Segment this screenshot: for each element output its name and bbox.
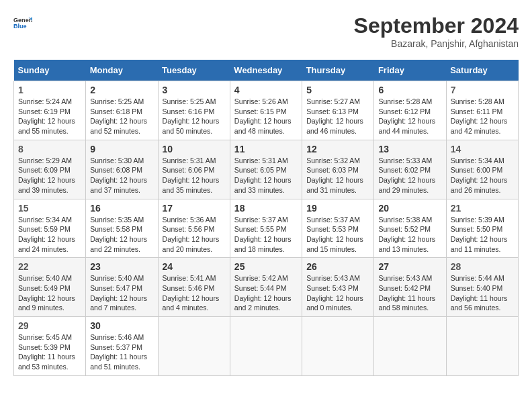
day-number: 10: [163, 144, 226, 154]
calendar-day-cell: 8 Sunrise: 5:29 AMSunset: 6:09 PMDayligh…: [14, 140, 86, 199]
location: Bazarak, Panjshir, Afghanistan: [354, 38, 519, 49]
day-info: Sunrise: 5:34 AMSunset: 5:59 PMDaylight:…: [18, 216, 75, 253]
calendar-day-cell: 12 Sunrise: 5:32 AMSunset: 6:03 PMDaylig…: [302, 140, 374, 199]
month-title: September 2024: [354, 13, 519, 38]
day-number: 21: [451, 203, 514, 214]
calendar-day-cell: 29 Sunrise: 5:45 AMSunset: 5:39 PMDaylig…: [14, 317, 86, 376]
day-info: Sunrise: 5:46 AMSunset: 5:37 PMDaylight:…: [90, 333, 147, 371]
day-number: 12: [306, 144, 369, 154]
day-number: 13: [378, 144, 441, 154]
calendar-day-cell: 7 Sunrise: 5:28 AMSunset: 6:11 PMDayligh…: [446, 81, 518, 140]
day-info: Sunrise: 5:26 AMSunset: 6:15 PMDaylight:…: [234, 97, 292, 135]
day-info: Sunrise: 5:37 AMSunset: 5:53 PMDaylight:…: [306, 216, 363, 253]
day-number: 1: [18, 85, 81, 95]
day-info: Sunrise: 5:40 AMSunset: 5:47 PMDaylight:…: [90, 274, 147, 312]
day-info: Sunrise: 5:35 AMSunset: 5:58 PMDaylight:…: [90, 216, 147, 253]
day-info: Sunrise: 5:38 AMSunset: 5:52 PMDaylight:…: [378, 216, 435, 253]
day-number: 7: [451, 85, 514, 95]
day-number: 2: [90, 85, 153, 95]
calendar-day-cell: [446, 317, 518, 376]
day-info: Sunrise: 5:45 AMSunset: 5:39 PMDaylight:…: [18, 333, 75, 371]
day-number: 4: [234, 85, 298, 95]
day-info: Sunrise: 5:32 AMSunset: 6:03 PMDaylight:…: [306, 156, 363, 194]
day-info: Sunrise: 5:40 AMSunset: 5:49 PMDaylight:…: [18, 274, 75, 312]
calendar-week-row: 15 Sunrise: 5:34 AMSunset: 5:59 PMDaylig…: [14, 199, 519, 258]
calendar-week-row: 8 Sunrise: 5:29 AMSunset: 6:09 PMDayligh…: [14, 140, 519, 199]
day-number: 27: [378, 261, 441, 272]
calendar-table: SundayMondayTuesdayWednesdayThursdayFrid…: [13, 60, 519, 376]
day-number: 30: [90, 320, 153, 331]
calendar-day-cell: 28 Sunrise: 5:44 AMSunset: 5:40 PMDaylig…: [446, 258, 518, 317]
calendar-day-cell: 6 Sunrise: 5:28 AMSunset: 6:12 PMDayligh…: [374, 81, 446, 140]
title-area: September 2024 Bazarak, Panjshir, Afghan…: [354, 13, 519, 49]
calendar-day-cell: 11 Sunrise: 5:31 AMSunset: 6:05 PMDaylig…: [230, 140, 302, 199]
svg-text:General: General: [13, 17, 32, 24]
day-number: 11: [234, 144, 298, 154]
calendar-day-cell: 23 Sunrise: 5:40 AMSunset: 5:47 PMDaylig…: [86, 258, 158, 317]
calendar-day-cell: [302, 317, 374, 376]
calendar-day-cell: [374, 317, 446, 376]
day-info: Sunrise: 5:42 AMSunset: 5:44 PMDaylight:…: [234, 274, 292, 312]
svg-text:Blue: Blue: [13, 23, 27, 30]
page-header: General Blue September 2024 Bazarak, Pan…: [13, 13, 519, 49]
day-number: 5: [306, 85, 369, 95]
day-number: 17: [163, 203, 226, 214]
day-number: 24: [163, 261, 226, 272]
day-info: Sunrise: 5:34 AMSunset: 6:00 PMDaylight:…: [451, 156, 508, 194]
calendar-day-cell: 25 Sunrise: 5:42 AMSunset: 5:44 PMDaylig…: [230, 258, 302, 317]
calendar-day-cell: 17 Sunrise: 5:36 AMSunset: 5:56 PMDaylig…: [158, 199, 230, 258]
day-number: 28: [451, 261, 514, 272]
calendar-day-cell: 5 Sunrise: 5:27 AMSunset: 6:13 PMDayligh…: [302, 81, 374, 140]
day-info: Sunrise: 5:25 AMSunset: 6:18 PMDaylight:…: [90, 97, 147, 135]
calendar-day-cell: 20 Sunrise: 5:38 AMSunset: 5:52 PMDaylig…: [374, 199, 446, 258]
day-number: 3: [163, 85, 226, 95]
day-info: Sunrise: 5:37 AMSunset: 5:55 PMDaylight:…: [234, 216, 292, 253]
weekday-header: Tuesday: [158, 60, 230, 81]
calendar-day-cell: 26 Sunrise: 5:43 AMSunset: 5:43 PMDaylig…: [302, 258, 374, 317]
day-number: 15: [18, 203, 81, 214]
day-number: 14: [451, 144, 514, 154]
day-number: 26: [306, 261, 369, 272]
day-info: Sunrise: 5:29 AMSunset: 6:09 PMDaylight:…: [18, 156, 75, 194]
calendar-day-cell: 27 Sunrise: 5:43 AMSunset: 5:42 PMDaylig…: [374, 258, 446, 317]
day-number: 9: [90, 144, 153, 154]
calendar-day-cell: 2 Sunrise: 5:25 AMSunset: 6:18 PMDayligh…: [86, 81, 158, 140]
calendar-day-cell: [158, 317, 230, 376]
calendar-day-cell: 18 Sunrise: 5:37 AMSunset: 5:55 PMDaylig…: [230, 199, 302, 258]
weekday-header: Thursday: [302, 60, 374, 81]
day-number: 18: [234, 203, 298, 214]
calendar-day-cell: 10 Sunrise: 5:31 AMSunset: 6:06 PMDaylig…: [158, 140, 230, 199]
calendar-day-cell: 19 Sunrise: 5:37 AMSunset: 5:53 PMDaylig…: [302, 199, 374, 258]
day-info: Sunrise: 5:31 AMSunset: 6:06 PMDaylight:…: [163, 156, 220, 194]
logo-icon: General Blue: [13, 13, 32, 32]
day-number: 23: [90, 261, 153, 272]
day-info: Sunrise: 5:41 AMSunset: 5:46 PMDaylight:…: [163, 274, 220, 312]
calendar-day-cell: 30 Sunrise: 5:46 AMSunset: 5:37 PMDaylig…: [86, 317, 158, 376]
calendar-day-cell: 24 Sunrise: 5:41 AMSunset: 5:46 PMDaylig…: [158, 258, 230, 317]
day-number: 25: [234, 261, 298, 272]
day-number: 6: [378, 85, 441, 95]
calendar-day-cell: 1 Sunrise: 5:24 AMSunset: 6:19 PMDayligh…: [14, 81, 86, 140]
weekday-header: Sunday: [14, 60, 86, 81]
weekday-header: Friday: [374, 60, 446, 81]
calendar-day-cell: 22 Sunrise: 5:40 AMSunset: 5:49 PMDaylig…: [14, 258, 86, 317]
calendar-week-row: 29 Sunrise: 5:45 AMSunset: 5:39 PMDaylig…: [14, 317, 519, 376]
calendar-day-cell: 4 Sunrise: 5:26 AMSunset: 6:15 PMDayligh…: [230, 81, 302, 140]
calendar-day-cell: 15 Sunrise: 5:34 AMSunset: 5:59 PMDaylig…: [14, 199, 86, 258]
day-number: 22: [18, 261, 81, 272]
day-info: Sunrise: 5:25 AMSunset: 6:16 PMDaylight:…: [163, 97, 220, 135]
day-number: 16: [90, 203, 153, 214]
calendar-day-cell: 3 Sunrise: 5:25 AMSunset: 6:16 PMDayligh…: [158, 81, 230, 140]
calendar-day-cell: 9 Sunrise: 5:30 AMSunset: 6:08 PMDayligh…: [86, 140, 158, 199]
day-info: Sunrise: 5:43 AMSunset: 5:43 PMDaylight:…: [306, 274, 363, 312]
day-info: Sunrise: 5:39 AMSunset: 5:50 PMDaylight:…: [451, 216, 508, 253]
calendar-day-cell: 21 Sunrise: 5:39 AMSunset: 5:50 PMDaylig…: [446, 199, 518, 258]
day-info: Sunrise: 5:30 AMSunset: 6:08 PMDaylight:…: [90, 156, 147, 194]
header-row: SundayMondayTuesdayWednesdayThursdayFrid…: [14, 60, 519, 81]
day-info: Sunrise: 5:33 AMSunset: 6:02 PMDaylight:…: [378, 156, 435, 194]
day-info: Sunrise: 5:44 AMSunset: 5:40 PMDaylight:…: [451, 274, 508, 312]
calendar-week-row: 22 Sunrise: 5:40 AMSunset: 5:49 PMDaylig…: [14, 258, 519, 317]
calendar-day-cell: 13 Sunrise: 5:33 AMSunset: 6:02 PMDaylig…: [374, 140, 446, 199]
weekday-header: Wednesday: [230, 60, 302, 81]
logo: General Blue: [13, 13, 32, 32]
